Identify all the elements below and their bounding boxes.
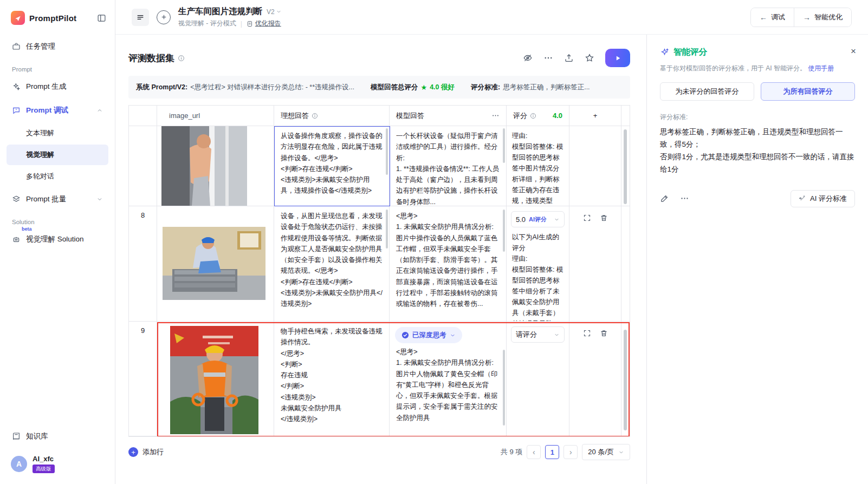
divider: | — [241, 20, 242, 28]
header-ideal-answer[interactable]: 理想回答 — [274, 106, 390, 126]
logo-row: PromptPilot — [0, 0, 115, 35]
debug-button[interactable]: ← 调试 — [751, 8, 794, 27]
chevron-down-icon — [96, 196, 103, 202]
model-answer-text: 一个长杆状设备（疑似用于窗户清洁或维护的工具）进行操作。经分析: 1. **违规… — [390, 126, 506, 206]
prev-page-button[interactable]: ‹ — [527, 445, 541, 459]
delete-row-icon[interactable] — [600, 214, 608, 222]
manual-link[interactable]: 使用手册 — [808, 64, 834, 72]
beta-badge: beta — [22, 226, 32, 232]
pagination: 共 9 项 ‹ 1 › 20 条/页 — [501, 444, 630, 460]
row-gutter — [621, 206, 630, 321]
delete-row-icon[interactable] — [600, 329, 608, 337]
header-model-answer[interactable]: 模型回答 — [390, 106, 507, 126]
header-image-url[interactable]: image_url — [157, 106, 274, 126]
version-dropdown[interactable]: V2 — [267, 8, 282, 16]
avatar: A — [11, 456, 27, 472]
score-cell[interactable]: 理由: 模型回答整体: 模型回答的思考标签中图片情况分析详细，判断标签正确为存在… — [507, 126, 569, 206]
user-account-row[interactable]: A AI_xfc 高级版 — [0, 448, 115, 484]
page-size-select[interactable]: 20 条/页 — [582, 444, 630, 460]
more-icon[interactable] — [680, 194, 689, 203]
panel-title: 智能评分 — [673, 47, 707, 58]
dataset-table: image_url 理想回答 模型回答 — [128, 105, 630, 437]
sidebar-item-vision-solution[interactable]: beta 视觉理解 Solution — [7, 228, 108, 250]
sparkle-star-icon — [660, 48, 669, 57]
sidebar-item-label: Prompt 生成 — [26, 82, 66, 91]
sidebar-item-prompt-debug[interactable]: Prompt 调试 — [7, 100, 108, 121]
ai-criteria-button[interactable]: AI 评分标准 — [791, 190, 855, 207]
info-icon[interactable] — [178, 55, 185, 62]
score-cell[interactable]: 请评分 — [507, 322, 569, 436]
model-answer-cell[interactable]: <思考> 1. 未佩戴安全防护用具情况分析: 图片中操作设备的人员佩戴了蓝色工作… — [390, 206, 507, 321]
prompt-summary-bar[interactable]: 系统 Prompt/V2: <思考过程> 对错误样本进行分类总结: - **违规… — [128, 76, 630, 99]
scrollbar-thumb[interactable] — [503, 128, 505, 163]
sidebar-item-vision-understanding[interactable]: 视觉理解 — [7, 145, 108, 165]
score-all-button[interactable]: 为所有回答评分 — [761, 82, 855, 101]
optimize-report-link[interactable]: 优化报告 — [247, 19, 281, 28]
ideal-answer-cell[interactable]: 从设备操作角度观察，操作设备的方法明显存在危险，因此属于违规操作设备。</思考>… — [274, 126, 390, 206]
row-image-cell[interactable] — [157, 322, 274, 436]
ideal-answer-cell[interactable]: 设备，从图片呈现信息看，未发现设备处于危险状态仍运行、未按操作规程使用设备等情况… — [274, 206, 390, 321]
score-select[interactable]: 请评分 — [511, 326, 565, 343]
current-page-button[interactable]: 1 — [545, 445, 559, 459]
row-number: 9 — [129, 322, 157, 436]
scrollbar-thumb[interactable] — [386, 128, 388, 175]
sidebar-item-label: 视觉理解 Solution — [26, 234, 84, 244]
star-icon[interactable] — [585, 53, 594, 63]
scrollbar-thumb[interactable] — [503, 350, 505, 426]
scrollbar-thumb[interactable] — [386, 210, 388, 248]
table-scrollbar-thumb[interactable] — [624, 129, 627, 204]
menu-icon[interactable] — [132, 9, 149, 26]
column-more-icon[interactable] — [491, 112, 500, 120]
criteria-summary: 评分标准: 思考标签正确，判断标签正... — [471, 83, 590, 92]
main-column: 生产车间图片违规判断 V2 视觉理解 - 评分模式 | 优化报告 — [115, 0, 868, 484]
sidebar-item-text-understanding[interactable]: 文本理解 — [7, 123, 108, 143]
score-select[interactable]: 5.0 AI评分 — [511, 211, 565, 227]
new-task-icon[interactable] — [157, 10, 171, 24]
sidebar-item-knowledge-base[interactable]: 知识库 — [7, 426, 108, 447]
row-number: 8 — [129, 206, 157, 321]
ideal-answer-cell[interactable]: 物手持橙色绳索，未发现设备违规操作情况。 </思考> <判断> 存在违规 </判… — [274, 322, 390, 436]
chevron-down-icon — [554, 217, 560, 223]
ai-score-badge: AI评分 — [529, 215, 547, 224]
table-header-row: image_url 理想回答 模型回答 — [129, 106, 630, 126]
sidebar-item-multi-turn[interactable]: 多轮对话 — [7, 166, 108, 187]
chevron-up-icon — [96, 107, 103, 114]
user-name: AI_xfc — [33, 455, 55, 463]
row-image-cell[interactable] — [157, 126, 274, 206]
collapse-sidebar-icon[interactable] — [97, 14, 106, 23]
dataset-title: 评测数据集 — [128, 52, 174, 64]
add-row-button[interactable]: + 添加行 — [128, 447, 164, 457]
ideal-answer-text: 物手持橙色绳索，未发现设备违规操作情况。 </思考> <判断> 存在违规 </判… — [274, 322, 389, 436]
row-image-cell[interactable] — [157, 206, 274, 321]
table-row-selected[interactable]: 9 — [129, 322, 630, 436]
table-row[interactable]: 8 — [129, 206, 630, 322]
table-row[interactable]: 从设备操作角度观察，操作设备的方法明显存在危险，因此属于违规操作设备。</思考>… — [129, 126, 630, 206]
sparkles-icon — [12, 82, 21, 91]
expand-row-icon[interactable] — [583, 214, 591, 222]
model-answer-cell[interactable]: 已深度思考 <思考> 1. 未佩戴安全防护用具情况分析: 图片中人物佩戴了黄色安… — [390, 322, 507, 436]
table-scrollbar-thumb[interactable] — [624, 330, 627, 430]
sidebar-item-task-management[interactable]: 任务管理 — [7, 36, 108, 57]
score-unscored-button[interactable]: 为未评分的回答评分 — [660, 82, 754, 101]
score-cell[interactable]: 5.0 AI评分 以下为AI生成的评分 理由: 模型回答整体: 模型回答的思考标… — [507, 206, 569, 321]
close-icon[interactable]: × — [851, 47, 856, 56]
edit-criteria-icon[interactable] — [660, 194, 669, 203]
header-row-number — [129, 106, 157, 126]
hide-column-icon[interactable] — [523, 53, 533, 63]
sidebar-item-prompt-batch[interactable]: Prompt 批量 — [7, 188, 108, 210]
header-score[interactable]: 评分 4.0 — [507, 106, 569, 126]
expand-row-icon[interactable] — [583, 329, 591, 337]
robot-icon — [12, 235, 21, 244]
more-icon[interactable] — [543, 53, 553, 63]
run-evaluation-button[interactable] — [605, 49, 630, 67]
deep-thinking-toggle[interactable]: 已深度思考 — [395, 327, 462, 343]
sidebar-item-prompt-gen[interactable]: Prompt 生成 — [7, 76, 108, 97]
scrollbar-thumb[interactable] — [503, 210, 505, 252]
header-gutter — [621, 106, 630, 126]
upload-icon[interactable] — [564, 53, 574, 63]
chevron-down-icon — [554, 332, 560, 338]
model-answer-cell[interactable]: 一个长杆状设备（疑似用于窗户清洁或维护的工具）进行操作。经分析: 1. **违规… — [390, 126, 507, 206]
add-column-button[interactable]: + — [569, 106, 621, 126]
next-page-button[interactable]: › — [563, 445, 578, 459]
smart-optimize-button[interactable]: → 智能优化 — [794, 8, 851, 27]
